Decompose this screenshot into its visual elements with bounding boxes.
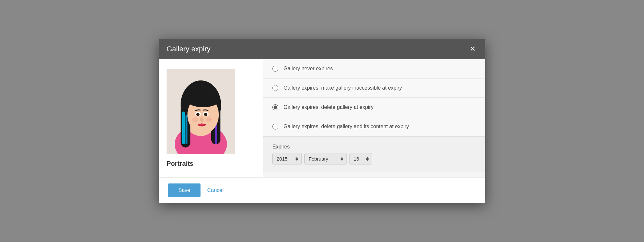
option-delete[interactable]: Gallery expires, delete gallery at expir… — [263, 98, 485, 117]
dialog-body: Portraits Gallery never expires Gallery … — [159, 59, 485, 177]
left-panel: Portraits — [159, 59, 263, 177]
expires-label: Expires — [272, 144, 476, 150]
option-inaccessible[interactable]: Gallery expires, make gallery inaccessib… — [263, 78, 485, 98]
option-inaccessible-label[interactable]: Gallery expires, make gallery inaccessib… — [283, 85, 402, 91]
dialog-title: Gallery expiry — [167, 45, 210, 53]
footer-actions: Save Cancel — [159, 177, 485, 203]
close-button[interactable]: ✕ — [468, 45, 477, 53]
svg-point-15 — [204, 113, 207, 116]
option-delete-label[interactable]: Gallery expires, delete gallery at expir… — [283, 104, 374, 110]
expires-section: Expires 20132014201520162017201820192020… — [263, 136, 485, 172]
save-button[interactable]: Save — [168, 183, 201, 197]
svg-point-19 — [192, 117, 199, 122]
option-never[interactable]: Gallery never expires — [263, 59, 485, 78]
option-delete-content-label[interactable]: Gallery expires, delete gallery and its … — [283, 124, 409, 130]
svg-point-16 — [197, 113, 198, 114]
month-select[interactable]: JanuaryFebruaryMarchAprilMayJuneJulyAugu… — [304, 153, 347, 164]
svg-point-20 — [206, 117, 212, 122]
svg-point-17 — [204, 113, 206, 114]
radio-inaccessible[interactable] — [272, 85, 278, 91]
radio-delete-content[interactable] — [272, 124, 278, 130]
right-panel: Gallery never expires Gallery expires, m… — [263, 59, 485, 177]
year-select[interactable]: 20132014201520162017201820192020 — [272, 153, 302, 164]
gallery-thumbnail — [167, 69, 235, 154]
option-never-label[interactable]: Gallery never expires — [283, 66, 333, 72]
gallery-name: Portraits — [167, 160, 193, 167]
svg-rect-8 — [185, 115, 187, 144]
dialog-header: Gallery expiry ✕ — [159, 39, 485, 59]
day-select[interactable]: 1234567891011121314151617181920212223242… — [349, 153, 372, 164]
svg-point-11 — [187, 93, 219, 107]
radio-delete[interactable] — [272, 104, 278, 110]
radio-never[interactable] — [272, 66, 278, 72]
cancel-button[interactable]: Cancel — [207, 187, 223, 193]
svg-point-14 — [196, 113, 200, 116]
gallery-expiry-dialog: Gallery expiry ✕ — [159, 39, 485, 203]
expires-controls: 20132014201520162017201820192020 January… — [272, 153, 476, 164]
svg-rect-7 — [182, 112, 185, 144]
svg-point-18 — [200, 117, 203, 122]
option-delete-content[interactable]: Gallery expires, delete gallery and its … — [263, 117, 485, 136]
